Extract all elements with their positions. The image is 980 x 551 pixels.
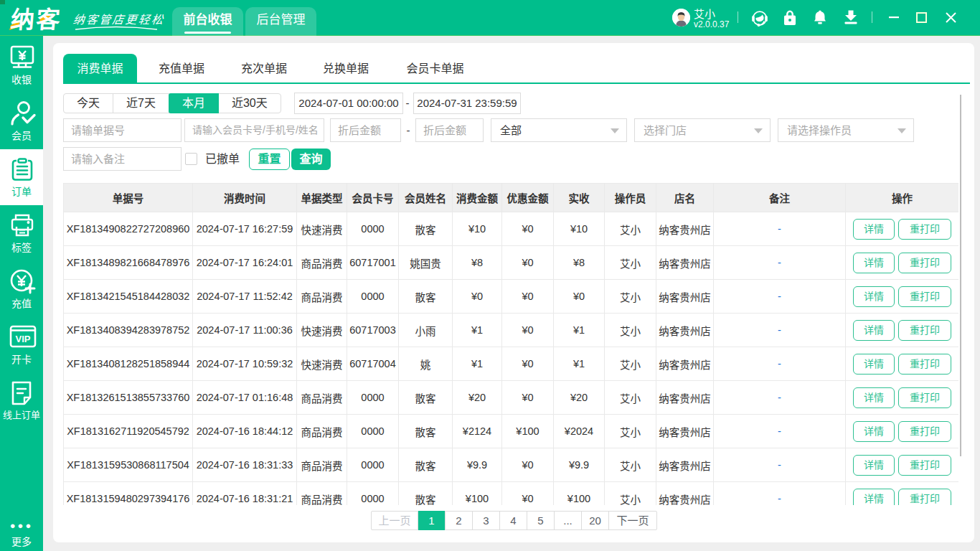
svg-text:VIP: VIP [16,334,31,344]
